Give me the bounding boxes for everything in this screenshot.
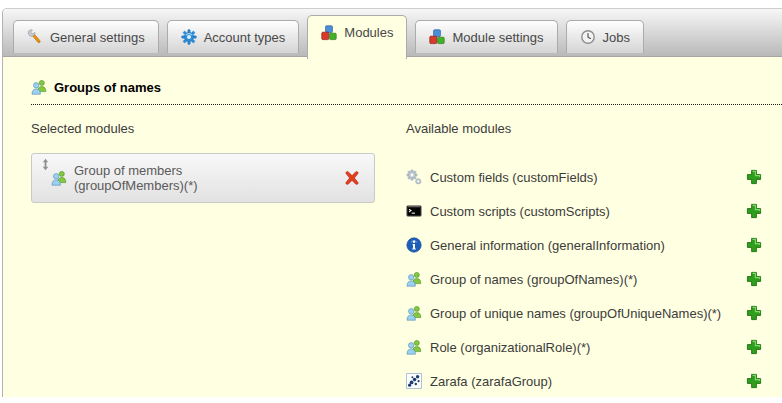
selected-modules-list: Group of members (groupOfMembers)(*) bbox=[31, 153, 381, 203]
terminal-icon bbox=[406, 203, 422, 219]
add-plus-icon bbox=[746, 237, 762, 253]
clock-icon bbox=[580, 29, 596, 45]
modules-cubes-icon bbox=[429, 29, 445, 45]
selected-modules-column: Selected modules Group of members (group… bbox=[31, 121, 381, 398]
add-plus-icon bbox=[746, 271, 762, 287]
add-module-button[interactable] bbox=[746, 373, 762, 389]
available-module-label: Custom scripts (customScripts) bbox=[430, 204, 610, 219]
selected-modules-heading: Selected modules bbox=[31, 121, 381, 136]
add-plus-icon bbox=[746, 305, 762, 321]
tab-account-types[interactable]: Account types bbox=[167, 20, 300, 53]
tab-jobs[interactable]: Jobs bbox=[566, 20, 644, 53]
gear-icon bbox=[181, 29, 197, 45]
module-columns: Selected modules Group of members (group… bbox=[31, 121, 782, 398]
available-module-row: Group of names (groupOfNames)(*) bbox=[406, 262, 762, 296]
add-plus-icon bbox=[746, 373, 762, 389]
tab-label: Modules bbox=[344, 25, 393, 40]
add-module-button[interactable] bbox=[746, 237, 762, 253]
available-module-label: General information (generalInformation) bbox=[430, 238, 665, 253]
add-plus-icon bbox=[746, 339, 762, 355]
add-plus-icon bbox=[746, 203, 762, 219]
available-module-row: Custom fields (customFields) bbox=[406, 160, 762, 194]
wrench-icon bbox=[27, 29, 43, 45]
group-icon bbox=[406, 271, 422, 287]
tab-module-settings[interactable]: Module settings bbox=[415, 20, 557, 53]
tab-general-settings[interactable]: General settings bbox=[13, 20, 159, 53]
tab-label: General settings bbox=[50, 30, 145, 45]
remove-module-button[interactable] bbox=[344, 170, 360, 186]
group-icon bbox=[51, 170, 67, 186]
add-module-button[interactable] bbox=[746, 203, 762, 219]
add-module-button[interactable] bbox=[746, 169, 762, 185]
available-modules-list: Custom fields (customFields) Custom scri… bbox=[406, 160, 762, 398]
add-module-button[interactable] bbox=[746, 271, 762, 287]
available-modules-heading: Available modules bbox=[406, 121, 762, 136]
available-module-row: Group of unique names (groupOfUniqueName… bbox=[406, 296, 762, 330]
tab-label: Module settings bbox=[452, 30, 543, 45]
sort-handle-icon[interactable] bbox=[41, 158, 50, 171]
group-icon bbox=[406, 339, 422, 355]
group-icon bbox=[31, 79, 47, 95]
available-module-label: Group of names (groupOfNames)(*) bbox=[430, 272, 637, 287]
selected-module-label: Group of members (groupOfMembers)(*) bbox=[74, 163, 279, 193]
add-module-button[interactable] bbox=[746, 339, 762, 355]
available-module-label: Group of unique names (groupOfUniqueName… bbox=[430, 306, 721, 321]
zarafa-icon bbox=[406, 373, 422, 389]
group-icon bbox=[406, 305, 422, 321]
selected-module-item[interactable]: Group of members (groupOfMembers)(*) bbox=[31, 153, 375, 203]
info-icon bbox=[406, 237, 422, 253]
add-plus-icon bbox=[746, 169, 762, 185]
section-title: Groups of names bbox=[31, 79, 782, 105]
available-module-label: Role (organizationalRole)(*) bbox=[430, 340, 590, 355]
available-module-row: Role (organizationalRole)(*) bbox=[406, 330, 762, 364]
available-module-row: General information (generalInformation) bbox=[406, 228, 762, 262]
available-modules-column: Available modules Custom fields (customF… bbox=[406, 121, 762, 398]
modules-tab-content: Groups of names Selected modules Group o… bbox=[3, 57, 782, 397]
tab-label: Account types bbox=[204, 30, 286, 45]
section-title-label: Groups of names bbox=[54, 80, 161, 95]
add-module-button[interactable] bbox=[746, 305, 762, 321]
settings-panel: General settings Account types Modules M… bbox=[2, 8, 782, 397]
available-module-label: Custom fields (customFields) bbox=[430, 170, 598, 185]
available-module-label: Zarafa (zarafaGroup) bbox=[430, 374, 552, 389]
available-module-row: Zarafa (zarafaGroup) bbox=[406, 364, 762, 398]
tab-bar: General settings Account types Modules M… bbox=[3, 9, 782, 57]
modules-cubes-icon bbox=[321, 25, 337, 41]
tab-modules[interactable]: Modules bbox=[307, 15, 407, 59]
gears-icon bbox=[406, 169, 422, 185]
tab-label: Jobs bbox=[603, 30, 630, 45]
available-module-row: Custom scripts (customScripts) bbox=[406, 194, 762, 228]
delete-x-icon bbox=[344, 170, 360, 186]
